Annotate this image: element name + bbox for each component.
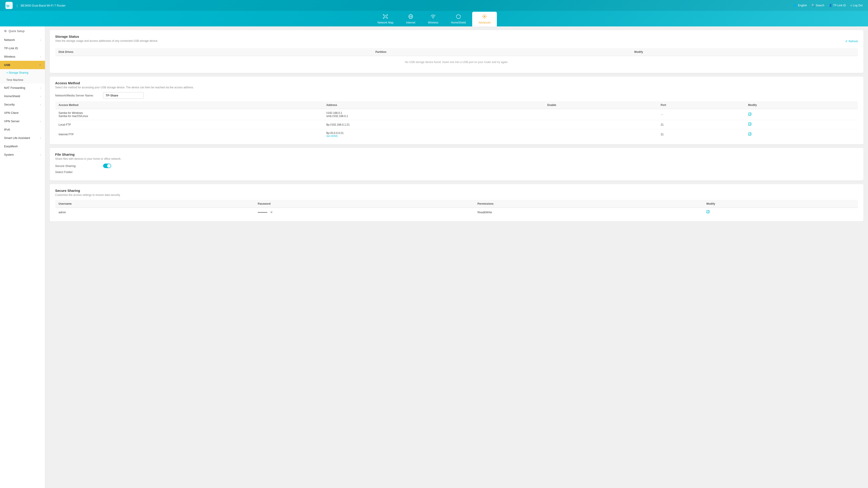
language-label: English [798,4,807,7]
admin-username: admin [55,208,255,217]
samba-address-line1: \\192.168.0.1 [326,111,541,115]
sidebar-item-easymesh[interactable]: EasyMesh [0,142,45,151]
svg-point-15 [484,16,485,17]
admin-password: •••••••••• 👁 [254,208,474,217]
sidebar-network-label: Network [4,38,15,41]
file-sharing-desc: Share files with devices in your home or… [55,157,858,160]
tplink-id-icon: 👤 [829,4,832,7]
secure-sharing-toggle[interactable] [103,164,111,168]
secure-sharing-desc: Customize the access settings to ensure … [55,193,858,197]
samba-port-value: --- [661,113,663,116]
sidebar-item-smart-life[interactable]: Smart Life Assistant › [0,134,45,142]
internet-ftp-address: ftp://0.0.0.0:21 Set DDNS [323,129,544,140]
tab-internet-label: Internet [406,21,415,24]
internet-ftp-method: Internet FTP [55,129,323,140]
sidebar-item-nat-forwarding[interactable]: NAT Forwarding › [0,84,45,92]
set-ddns-link[interactable]: Set DDNS [326,135,541,137]
sidebar-storage-sharing-label: + Storage Sharing [6,71,28,74]
sidebar-security-arrow: › [40,103,41,106]
file-sharing-card: File Sharing Share files with devices in… [50,148,864,181]
main-content: Storage Status View the storage usage an… [45,26,868,488]
tab-internet[interactable]: Internet [400,12,422,26]
storage-status-card: Storage Status View the storage usage an… [50,30,864,73]
sidebar-time-machine-label: Time Machine [6,78,23,82]
svg-line-8 [386,15,387,16]
sidebar-quick-setup[interactable]: ⚙ Quick Setup [0,26,45,36]
sidebar-usb-label: USB [4,63,10,67]
brand-logo: tp [5,2,13,9]
storage-status-title: Storage Status [55,35,858,38]
sidebar-sub-item-time-machine[interactable]: Time Machine [0,76,45,84]
main-layout: ⚙ Quick Setup Network › TP-Link ID Wirel… [0,26,868,488]
secure-sharing-row: Secure Sharing: [55,164,858,168]
storage-status-desc: View the storage usage and access addres… [55,39,858,42]
select-folder-row: Select Folder: [55,170,858,174]
search-label: Search [816,4,825,7]
svg-point-6 [387,18,388,19]
table-row: Local FTP ftp://192.168.0.1:21 21 [55,120,858,129]
sidebar-wireless-label: Wireless [4,55,16,58]
svg-text:tp: tp [6,4,9,7]
file-sharing-title: File Sharing [55,153,858,156]
storage-col-partition: Partition [372,48,631,56]
access-col-address: Address [323,101,544,109]
sidebar-homeshield-label: HomeShield [4,94,20,98]
sidebar-item-wireless[interactable]: Wireless › [0,53,45,61]
sidebar-item-security[interactable]: Security › [0,100,45,109]
svg-line-10 [386,17,387,18]
local-ftp-modify-button[interactable] [748,123,752,127]
tab-homeshield[interactable]: HomeShield [445,12,472,26]
ss-col-password: Password [254,200,474,208]
server-name-input[interactable] [103,92,144,99]
sidebar-item-homeshield[interactable]: HomeShield › [0,92,45,100]
refresh-button[interactable]: ↺ Refresh [845,39,858,44]
sidebar-item-ipv6[interactable]: IPv6 [0,125,45,134]
ss-col-permissions: Permissions [474,200,703,208]
local-ftp-port: 21 [657,120,745,129]
admin-password-value: •••••••••• [258,211,267,214]
svg-line-7 [384,15,384,16]
sidebar-item-system[interactable]: System › [0,151,45,159]
main-nav-tabs: Network Map Internet Wirele [0,11,868,26]
internet-ftp-modify-button[interactable] [748,133,752,137]
sidebar-item-usb[interactable]: USB ∨ [0,61,45,69]
homeshield-icon [456,14,461,20]
password-reveal-icon[interactable]: 👁 [270,210,273,214]
logout-action[interactable]: ⎋ Log Out [850,4,863,7]
storage-col-modify: Modify [631,48,858,56]
tab-network-map[interactable]: Network Map [371,12,400,26]
sidebar-item-vpn-client[interactable]: VPN Client [0,109,45,117]
sidebar-vpn-server-arrow: › [40,120,41,123]
samba-modify-button[interactable] [748,113,752,117]
tab-wireless[interactable]: Wireless [422,12,445,26]
sidebar-item-tplink-id[interactable]: TP-Link ID [0,44,45,53]
tplink-id-action[interactable]: 👤 TP-Link ID [829,4,846,7]
samba-address-line2: smb://192.168.0.1 [326,115,541,118]
tab-network-map-label: Network Map [377,21,394,24]
secure-sharing-title: Secure Sharing [55,189,858,193]
sidebar-tplink-id-label: TP-Link ID [4,46,18,50]
internet-ftp-address-line1: ftp://0.0.0.0:21 [326,131,541,135]
sidebar-item-network[interactable]: Network › [0,36,45,44]
top-navigation: tp | BE3600 Dual-Band Wi-Fi 7 Router 🌐 E… [0,0,868,26]
sidebar-sub-item-storage-sharing[interactable]: + Storage Sharing [0,69,45,76]
language-action[interactable]: 🌐 English [794,4,807,7]
svg-point-2 [384,15,386,18]
sidebar-nat-arrow: › [40,87,41,89]
sidebar-vpn-client-label: VPN Client [4,111,19,115]
wireless-icon [431,14,436,20]
tab-advanced[interactable]: Advanced [472,12,497,26]
search-icon: 🔍 [811,4,815,7]
search-action[interactable]: 🔍 Search [811,4,825,7]
sidebar-nat-label: NAT Forwarding [4,86,25,90]
admin-modify-button[interactable] [706,210,710,215]
top-actions: 🌐 English 🔍 Search 👤 TP-Link ID ⎋ Log Ou… [794,4,863,7]
sidebar-item-vpn-server[interactable]: VPN Server › [0,117,45,125]
server-name-label: Network/Media Server Name: [55,94,100,97]
access-method-card: Access Method Select the method for acce… [50,76,864,144]
samba-address: \\192.168.0.1 smb://192.168.0.1 [323,109,544,120]
sidebar-homeshield-arrow: › [40,95,41,98]
sidebar-vpn-server-label: VPN Server [4,120,20,123]
access-method-desc: Select the method for accessing your USB… [55,86,858,89]
brand-model: BE3600 Dual-Band Wi-Fi 7 Router [21,4,66,7]
